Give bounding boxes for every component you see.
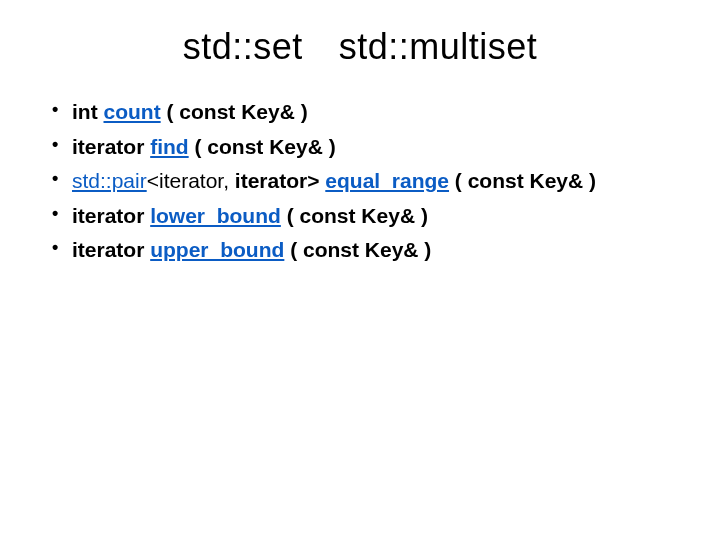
method-link-count[interactable]: count xyxy=(104,100,161,123)
list-item: std::pair<iterator, iterator> equal_rang… xyxy=(48,165,672,198)
return-type: int xyxy=(72,100,104,123)
method-link-lower-bound[interactable]: lower_bound xyxy=(150,204,281,227)
signature-args: ( const Key& ) xyxy=(449,169,596,192)
signature-args: ( const Key& ) xyxy=(189,135,336,158)
template-comma: , xyxy=(223,169,235,192)
method-link-equal-range[interactable]: equal_range xyxy=(325,169,449,192)
template-rest: iterator> xyxy=(235,169,325,192)
slide: std::setstd::multiset int count ( const … xyxy=(0,0,720,540)
list-item: iterator find ( const Key& ) xyxy=(48,131,672,164)
signature-args: ( const Key& ) xyxy=(284,238,431,261)
return-type: iterator xyxy=(72,135,150,158)
type-link-stdpair[interactable]: std::pair xyxy=(72,169,147,192)
method-link-find[interactable]: find xyxy=(150,135,188,158)
template-open: <iterator xyxy=(147,169,223,192)
list-item: iterator lower_bound ( const Key& ) xyxy=(48,200,672,233)
signature-args: ( const Key& ) xyxy=(281,204,428,227)
return-type: iterator xyxy=(72,238,150,261)
signature-args: ( const Key& ) xyxy=(161,100,308,123)
method-link-upper-bound[interactable]: upper_bound xyxy=(150,238,284,261)
return-type: iterator xyxy=(72,204,150,227)
list-item: int count ( const Key& ) xyxy=(48,96,672,129)
list-item: iterator upper_bound ( const Key& ) xyxy=(48,234,672,267)
method-list: int count ( const Key& ) iterator find (… xyxy=(48,96,672,267)
title-right: std::multiset xyxy=(339,26,538,67)
title-left: std::set xyxy=(183,26,303,67)
slide-title: std::setstd::multiset xyxy=(48,26,672,68)
